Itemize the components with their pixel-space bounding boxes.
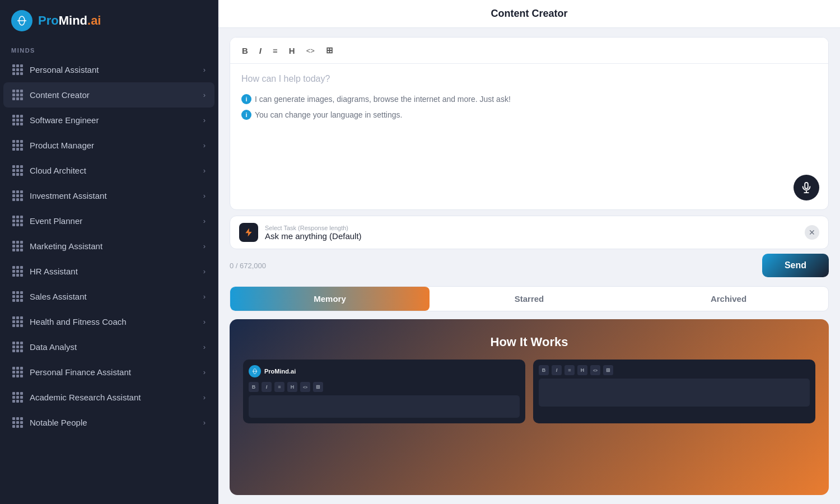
sidebar-item-academic-research-assistant[interactable]: Academic Research Assistant ›: [3, 385, 214, 410]
sidebar-item-personal-finance-assistant[interactable]: Personal Finance Assistant ›: [3, 360, 214, 385]
screen-mock-toolbar-left: B I ≡ H <> ⊞: [249, 382, 520, 392]
logo-text: ProMind.ai: [38, 13, 101, 28]
sidebar-item-label-software-engineer: Software Engineer: [30, 115, 99, 125]
mic-button[interactable]: [794, 175, 819, 200]
chevron-icon-hr-assistant: ›: [203, 267, 206, 276]
screen-mock-toolbar-right: B I ≡ H <> ⊞: [539, 365, 810, 375]
chevron-icon-cloud-architect: ›: [203, 166, 206, 175]
sidebar-item-label-product-manager: Product Manager: [30, 141, 94, 150]
logo-icon: [11, 10, 32, 31]
bolt-icon: [244, 227, 254, 237]
editor-content[interactable]: How can I help today? i I can generate i…: [230, 64, 828, 209]
screen-mock-right: B I ≡ H <> ⊞: [533, 360, 815, 423]
grid-icon-personal-assistant: [12, 64, 23, 75]
sidebar-item-cloud-architect[interactable]: Cloud Architect ›: [3, 158, 214, 183]
grid-icon-notable-people: [12, 417, 23, 428]
sidebar-item-label-personal-finance-assistant: Personal Finance Assistant: [30, 367, 131, 377]
task-label-small: Select Task (Response length): [265, 225, 798, 231]
sidebar-item-left-product-manager: Product Manager: [12, 140, 94, 151]
grid-icon-product-manager: [12, 140, 23, 151]
sidebar-item-marketing-assistant[interactable]: Marketing Assistant ›: [3, 234, 214, 259]
grid-icon-sales-assistant: [12, 291, 23, 302]
sidebar-item-investment-assistant[interactable]: Investment Assistant ›: [3, 183, 214, 208]
chevron-icon-personal-finance-assistant: ›: [203, 368, 206, 376]
editor-info-line-2: i You can change your language in settin…: [241, 110, 817, 120]
sidebar-item-label-marketing-assistant: Marketing Assistant: [30, 241, 102, 251]
info-icon-2: i: [241, 110, 251, 120]
sidebar-item-left-cloud-architect: Cloud Architect: [12, 165, 86, 176]
screen-content-placeholder-left: [249, 395, 520, 418]
sidebar-item-data-analyst[interactable]: Data Analyst ›: [3, 334, 214, 360]
main-header: Content Creator: [218, 0, 840, 28]
chevron-icon-event-planner: ›: [203, 217, 206, 225]
screen-mock-header-left: ProMind.ai: [249, 365, 520, 377]
sidebar-header: ProMind.ai: [0, 0, 218, 41]
screen-rtb-embed: ⊞: [603, 365, 613, 375]
sidebar-item-left-investment-assistant: Investment Assistant: [12, 190, 107, 201]
send-button[interactable]: Send: [762, 254, 829, 277]
sidebar-item-left-health-fitness-coach: Health and Fitness Coach: [12, 316, 127, 327]
sidebar-item-notable-people[interactable]: Notable People ›: [3, 410, 214, 435]
sidebar-item-event-planner[interactable]: Event Planner ›: [3, 208, 214, 234]
screen-rtb-list: ≡: [564, 365, 575, 375]
screen-rtb-h: H: [577, 365, 587, 375]
sidebar-item-left-content-creator: Content Creator: [12, 90, 90, 100]
screen-tb-i: I: [262, 382, 272, 392]
list-button[interactable]: ≡: [269, 44, 282, 58]
sidebar-item-left-notable-people: Notable People: [12, 417, 87, 428]
sidebar-item-left-sales-assistant: Sales Assistant: [12, 291, 87, 302]
editor-box: B I ≡ H <> ⊞ How can I help today? i I c…: [230, 37, 829, 210]
char-counter: 0 / 672,000: [230, 262, 266, 270]
task-value: Ask me anything (Default): [265, 231, 798, 241]
screen-content-placeholder-right: [539, 379, 810, 407]
sidebar-item-label-health-fitness-coach: Health and Fitness Coach: [30, 317, 127, 326]
screen-logo-left: [249, 365, 261, 377]
embed-button[interactable]: ⊞: [322, 43, 337, 58]
sidebar-item-left-academic-research-assistant: Academic Research Assistant: [12, 392, 141, 403]
task-selector[interactable]: Select Task (Response length) Ask me any…: [230, 216, 829, 249]
sidebar-item-health-fitness-coach[interactable]: Health and Fitness Coach ›: [3, 309, 214, 334]
sidebar-item-label-content-creator: Content Creator: [30, 90, 90, 100]
chevron-icon-software-engineer: ›: [203, 116, 206, 124]
info-icon-1: i: [241, 94, 251, 104]
grid-icon-investment-assistant: [12, 190, 23, 201]
how-it-works-screens: ProMind.ai B I ≡ H <> ⊞ B: [243, 360, 815, 423]
tabs-row: Memory Starred Archived: [230, 286, 829, 311]
heading-button[interactable]: H: [285, 44, 299, 58]
how-it-works-card: How It Works ProMind.ai: [230, 319, 829, 495]
editor-toolbar: B I ≡ H <> ⊞: [230, 38, 828, 64]
chevron-icon-health-fitness-coach: ›: [203, 318, 206, 326]
clear-icon: ✕: [809, 228, 815, 237]
sidebar-item-product-manager[interactable]: Product Manager ›: [3, 133, 214, 158]
chevron-icon-notable-people: ›: [203, 418, 206, 427]
chevron-icon-content-creator: ›: [203, 91, 206, 99]
screen-tb-h: H: [287, 382, 297, 392]
editor-placeholder: How can I help today?: [241, 74, 817, 84]
task-clear-button[interactable]: ✕: [805, 225, 819, 240]
chevron-icon-investment-assistant: ›: [203, 192, 206, 200]
sidebar-item-left-data-analyst: Data Analyst: [12, 342, 77, 352]
sidebar-item-label-personal-assistant: Personal Assistant: [30, 65, 99, 74]
sidebar-item-sales-assistant[interactable]: Sales Assistant ›: [3, 284, 214, 309]
sidebar-item-software-engineer[interactable]: Software Engineer ›: [3, 108, 214, 133]
screen-rtb-b: B: [539, 365, 549, 375]
sidebar-item-personal-assistant[interactable]: Personal Assistant ›: [3, 57, 214, 82]
tab-memory[interactable]: Memory: [230, 287, 430, 311]
screen-rtb-code: <>: [590, 365, 600, 375]
sidebar-item-label-academic-research-assistant: Academic Research Assistant: [30, 393, 141, 402]
italic-button[interactable]: I: [255, 44, 265, 58]
page-title: Content Creator: [491, 8, 567, 19]
code-button[interactable]: <>: [302, 44, 319, 57]
screen-tb-code: <>: [300, 382, 310, 392]
sidebar-item-label-sales-assistant: Sales Assistant: [30, 292, 87, 301]
sidebar-item-label-data-analyst: Data Analyst: [30, 342, 77, 352]
tab-archived[interactable]: Archived: [629, 287, 828, 311]
grid-icon-hr-assistant: [12, 266, 23, 277]
screen-rtb-i: I: [552, 365, 562, 375]
sidebar-item-content-creator[interactable]: Content Creator ›: [3, 82, 214, 108]
sidebar-item-hr-assistant[interactable]: HR Assistant ›: [3, 259, 214, 284]
chevron-icon-sales-assistant: ›: [203, 292, 206, 301]
grid-icon-software-engineer: [12, 115, 23, 125]
bold-button[interactable]: B: [238, 44, 252, 58]
tab-starred[interactable]: Starred: [430, 287, 629, 311]
